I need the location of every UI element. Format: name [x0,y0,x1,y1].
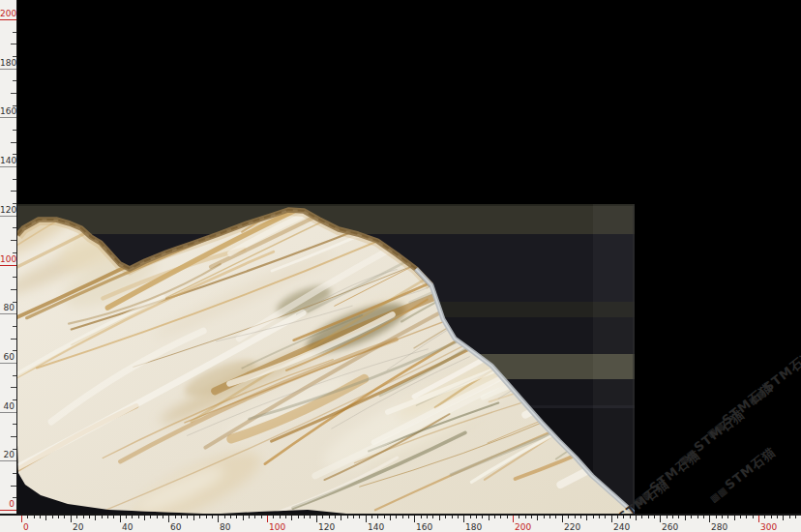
left-ruler-tick [11,486,16,487]
bottom-ruler-tick [795,516,796,518]
left-ruler-tick [0,412,16,413]
bottom-ruler-label: 300 [760,522,777,532]
left-ruler-tick [13,473,16,474]
watermark: ▦▦STM石猫 [702,378,777,441]
bottom-ruler-label: 140 [368,522,384,532]
left-ruler-label: 140 [0,156,15,165]
bottom-ruler-tick [494,516,495,518]
left-ruler-label: 20 [0,450,15,459]
left-ruler-tick [0,166,16,167]
watermark-text: STM石猫 [722,444,778,492]
bottom-ruler-tick [27,516,28,518]
bottom-ruler-tick [298,516,299,518]
bottom-ruler-tick [168,516,169,522]
bottom-ruler-tick [402,516,403,518]
left-ruler-tick [13,399,16,400]
bottom-ruler-tick [64,516,65,518]
watermark: ▦▦STM石猫 [630,446,704,509]
bottom-ruler-tick [605,516,606,518]
bottom-ruler-tick [753,516,754,518]
watermark: ▦▦STM石猫 [674,405,749,468]
bottom-ruler-tick [40,516,41,518]
bottom-ruler-tick [199,516,200,518]
left-ruler-tick [13,56,16,57]
left-ruler-tick [13,375,16,376]
bottom-ruler-tick [212,516,213,518]
bottom-ruler-tick [126,516,127,518]
bottom-ruler-tick [273,516,274,518]
bottom-ruler-tick [359,516,360,518]
bottom-ruler-tick [599,516,600,518]
left-ruler-tick [11,240,16,241]
bottom-ruler-tick [432,516,433,518]
bottom-ruler-tick [120,516,121,522]
bottom-ruler-tick [230,516,231,518]
left-ruler: 200180160140120100806040200 [0,0,17,532]
bottom-ruler-tick [555,516,556,518]
bottom-ruler-tick [777,516,778,518]
bottom-ruler-tick [408,516,409,518]
bottom-ruler-tick [734,516,735,520]
left-ruler-tick [13,424,16,425]
bottom-ruler-tick [617,516,618,518]
bottom-ruler-tick [34,516,35,518]
cat-logo-icon: ▦▦ [708,485,729,504]
bottom-ruler-tick [586,516,587,520]
bottom-ruler-tick [304,516,305,518]
bottom-ruler-tick [144,516,145,520]
bottom-ruler-tick [452,516,453,518]
bottom-ruler-tick [507,516,508,518]
bottom-ruler-tick [685,516,686,520]
left-ruler-tick [0,510,16,511]
bottom-ruler-tick [476,516,477,518]
cat-logo-icon: ▦▦ [677,447,698,466]
bottom-ruler-tick [157,516,158,518]
left-ruler-tick [11,387,16,388]
bottom-ruler-tick [525,516,526,518]
left-ruler-label: 200 [0,9,15,18]
bottom-ruler-tick [667,516,668,518]
scan-canvas[interactable] [17,204,635,515]
bottom-ruler-label: 220 [564,522,580,532]
bottom-ruler-tick [83,516,84,518]
bottom-ruler-tick [549,516,550,518]
bottom-ruler-tick [285,516,286,518]
watermark-text: STM石猫 [760,346,801,395]
bottom-ruler-tick [396,516,397,518]
bottom-ruler-tick [95,516,96,520]
bottom-ruler-tick [727,516,728,518]
bottom-ruler-tick [531,516,532,518]
bottom-ruler-tick [254,516,255,518]
bottom-ruler-label: 180 [465,522,482,532]
left-ruler-tick [13,497,16,498]
left-ruler-tick [11,93,16,94]
left-ruler-tick [0,19,16,20]
cat-logo-icon: ▦▦ [705,420,727,439]
bottom-ruler-tick [322,516,323,518]
bottom-ruler-tick [697,516,698,518]
bottom-ruler-label: 20 [73,522,83,532]
bottom-ruler-label: 60 [170,522,181,532]
bottom-ruler-tick [52,516,53,518]
bottom-ruler-tick [648,516,649,518]
bottom-ruler-tick [329,516,330,518]
bottom-ruler-tick [439,516,440,520]
bottom-ruler-tick [593,516,594,518]
bottom-ruler-tick [623,516,624,518]
left-ruler-label: 120 [0,205,15,215]
left-ruler-label: 100 [0,254,15,264]
bottom-ruler-tick [150,516,151,518]
bottom-ruler-tick [316,516,317,522]
left-ruler-tick [0,117,16,118]
bottom-ruler-tick [709,516,710,522]
bottom-ruler-tick [746,516,747,518]
bottom-ruler-tick [470,516,471,518]
bottom-ruler-label: 260 [662,522,678,532]
left-ruler-tick [11,44,16,44]
bottom-ruler-tick [537,516,538,520]
bottom-ruler-tick [347,516,348,518]
left-ruler-tick [13,277,16,278]
bottom-ruler-tick [193,516,194,520]
bottom-ruler-tick [280,516,281,518]
bottom-ruler-tick [641,516,642,518]
